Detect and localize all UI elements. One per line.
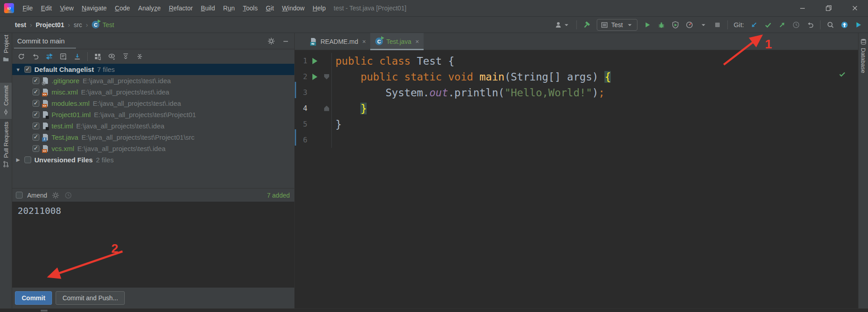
tab-label: Test.java <box>386 38 411 45</box>
breadcrumb-item-project01[interactable]: Project01 <box>36 21 64 28</box>
changed-file-row[interactable]: <>misc.xmlE:\java_all_projects\test\.ide… <box>12 86 294 98</box>
show-diff-icon[interactable] <box>45 52 53 61</box>
menu-item-refactor[interactable]: Refactor <box>165 3 197 14</box>
sidebar-item-database[interactable]: Database <box>859 38 868 73</box>
changed-file-row[interactable]: test.imlE:\java_all_projects\test\.idea <box>12 120 294 132</box>
close-button[interactable] <box>842 0 868 16</box>
file-checkbox[interactable] <box>33 77 39 84</box>
ide-update-icon[interactable] <box>840 21 849 29</box>
unversioned-name: Unversioned Files <box>34 156 93 164</box>
run-line-icon[interactable] <box>312 74 317 80</box>
menu-item-analyze[interactable]: Analyze <box>134 3 165 14</box>
menu-item-view[interactable]: View <box>56 3 78 14</box>
group-by-icon[interactable] <box>94 52 102 61</box>
minimize-panel-icon[interactable] <box>282 37 290 45</box>
changed-file-row[interactable]: .gitignoreE:\java_all_projects\test\.ide… <box>12 75 294 86</box>
expand-all-icon[interactable] <box>122 52 130 61</box>
inspections-ok-icon[interactable] <box>838 70 846 78</box>
run-line-icon[interactable] <box>312 58 317 64</box>
hammer-icon[interactable] <box>583 21 591 29</box>
menu-item-build[interactable]: Build <box>197 3 219 14</box>
avatar-icon[interactable] <box>554 21 562 29</box>
sidebar-item-pull-requests[interactable]: Pull Requests <box>0 122 12 168</box>
stop-icon[interactable] <box>713 21 722 29</box>
gutter-fold-column[interactable] <box>322 100 332 116</box>
gutter-fold-column[interactable] <box>322 69 332 85</box>
fold-marker-icon[interactable] <box>324 106 329 111</box>
unversioned-files-row[interactable]: ▶ Unversioned Files 2 files <box>12 154 294 165</box>
menu-item-file[interactable]: File <box>19 3 37 14</box>
caret-down-icon[interactable] <box>699 21 708 29</box>
tab-test-java[interactable]: CTest.java× <box>370 33 423 50</box>
changed-file-row[interactable]: <>modules.xmlE:\java_all_projects\test\.… <box>12 98 294 109</box>
commit-checkmark-icon[interactable] <box>764 21 772 29</box>
changed-file-row[interactable]: JTest.javaE:\java_all_projects\test\Proj… <box>12 132 294 143</box>
chevron-right-icon[interactable]: ▶ <box>15 157 21 163</box>
commit-message-input[interactable]: 20211008 <box>12 202 294 288</box>
unversioned-checkbox[interactable] <box>24 156 31 163</box>
breadcrumb-item-src[interactable]: src <box>74 21 82 28</box>
push-icon[interactable] <box>778 21 786 29</box>
file-checkbox[interactable] <box>33 123 39 129</box>
commit-button[interactable]: Commit <box>15 291 52 305</box>
menu-item-git[interactable]: Git <box>262 3 278 14</box>
file-checkbox[interactable] <box>33 111 39 118</box>
profiler-icon[interactable] <box>685 21 693 29</box>
code-token: (String[] args) <box>505 71 605 83</box>
file-checkbox[interactable] <box>33 100 39 107</box>
amend-checkbox[interactable] <box>16 192 23 199</box>
coverage-icon[interactable] <box>671 21 679 29</box>
commit-history-icon[interactable] <box>64 191 72 199</box>
menu-item-run[interactable]: Run <box>219 3 239 14</box>
menu-item-window[interactable]: Window <box>278 3 309 14</box>
commit-and-push-button[interactable]: Commit and Push... <box>56 291 125 305</box>
collapse-all-icon[interactable] <box>136 52 144 61</box>
refresh-icon[interactable] <box>17 52 25 61</box>
code-area[interactable]: 1public class Test {2 public static void… <box>295 50 858 308</box>
database-icon <box>859 38 868 46</box>
breadcrumb-item-test[interactable]: test <box>15 21 26 28</box>
space-plugin-icon[interactable] <box>854 21 863 29</box>
file-checkbox[interactable] <box>33 145 39 152</box>
sidebar-item-commit[interactable]: Commit <box>0 83 12 119</box>
menu-item-help[interactable]: Help <box>309 3 330 14</box>
tab-close-icon[interactable]: × <box>415 38 419 45</box>
menu-item-code[interactable]: Code <box>111 3 134 14</box>
changed-file-row[interactable]: <>vcs.xmlE:\java_all_projects\test\.idea <box>12 143 294 154</box>
update-project-icon[interactable] <box>750 21 758 29</box>
sidebar-item-project[interactable]: Project <box>0 35 12 63</box>
tab-readme-md[interactable]: MDREADME.md× <box>305 33 370 50</box>
changelist-checkbox[interactable] <box>24 66 31 73</box>
menu-item-navigate[interactable]: Navigate <box>78 3 111 14</box>
file-checkbox[interactable] <box>33 134 39 141</box>
restore-button[interactable] <box>816 0 842 16</box>
fold-marker-icon[interactable] <box>324 74 329 80</box>
rollback-icon[interactable] <box>31 52 39 61</box>
minimize-button[interactable] <box>789 0 816 16</box>
settings-icon[interactable] <box>267 37 275 45</box>
caret-down-icon[interactable] <box>562 21 571 29</box>
tab-close-icon[interactable]: × <box>362 38 366 45</box>
shelve-icon[interactable] <box>73 52 81 61</box>
chevron-down-icon[interactable]: ▼ <box>15 67 21 72</box>
changed-file-row[interactable]: Project01.imlE:\java_all_projects\test\P… <box>12 109 294 120</box>
commit-options-gear-icon[interactable] <box>52 191 60 199</box>
gutter-run-column[interactable] <box>307 74 322 80</box>
run-icon[interactable] <box>643 21 651 29</box>
debug-icon[interactable] <box>657 21 665 29</box>
menu-item-tools[interactable]: Tools <box>239 3 262 14</box>
intellij-logo-icon: IJ <box>4 3 14 13</box>
breadcrumb-item-test[interactable]: CTest <box>92 21 114 29</box>
rollback-icon[interactable] <box>806 21 814 29</box>
search-icon[interactable] <box>826 21 835 29</box>
file-type-icon <box>42 123 48 130</box>
changelist-row[interactable]: ▼ Default Changelist 7 files <box>12 64 294 75</box>
commit-message-history-icon[interactable] <box>59 52 67 61</box>
right-tool-window-stripe: Database <box>858 33 868 308</box>
run-configuration-select[interactable]: Test <box>597 19 637 31</box>
view-options-icon[interactable] <box>108 52 116 61</box>
history-icon[interactable] <box>792 21 800 29</box>
gutter-run-column[interactable] <box>307 58 322 64</box>
file-checkbox[interactable] <box>33 89 39 95</box>
menu-item-edit[interactable]: Edit <box>37 3 56 14</box>
